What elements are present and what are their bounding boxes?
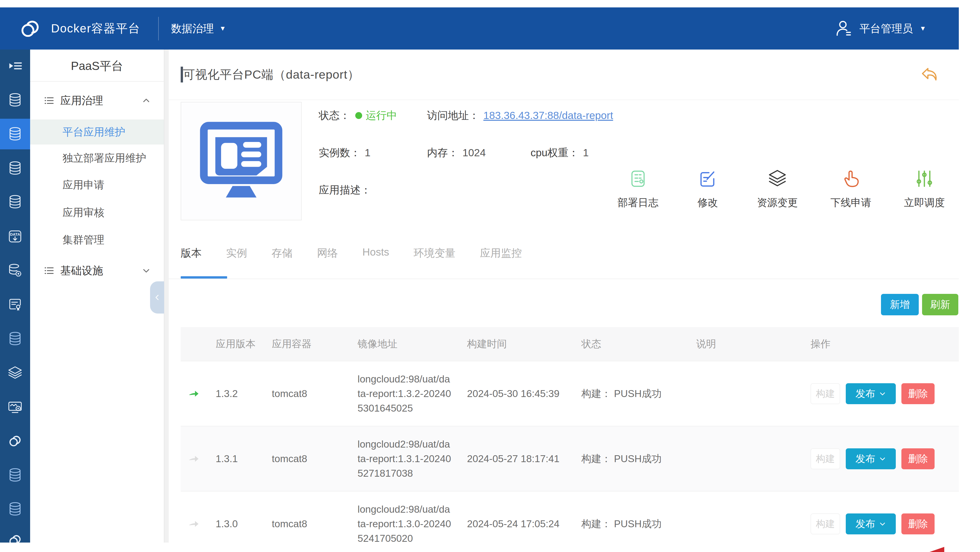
rail-item-layers-icon[interactable] [0, 358, 30, 388]
user-menu[interactable]: 平台管理员 ▼ [834, 19, 926, 38]
tab-storage[interactable]: 存储 [272, 246, 293, 260]
table-row: 1.3.0 tomcat8 longcloud2:98/uat/data-rep… [181, 491, 959, 542]
action-offline-request[interactable]: 下线申请 [830, 169, 871, 210]
deploy-log-icon [628, 169, 648, 188]
build-button[interactable]: 构建 [811, 383, 840, 404]
edit-icon [698, 169, 718, 188]
user-name: 平台管理员 [859, 21, 913, 36]
rail-item-menu-collapse-icon[interactable] [0, 51, 30, 81]
title-accent-bar [181, 67, 183, 83]
version-arrow-icon [188, 518, 200, 530]
cpu-value: 1 [583, 147, 589, 159]
action-deploy-log[interactable]: 部署日志 [617, 169, 659, 210]
rail-item-monitor-gear-icon[interactable] [0, 392, 30, 422]
cpu-field: cpu权重： 1 [531, 145, 589, 160]
cell-note [686, 491, 800, 542]
build-button[interactable]: 构建 [811, 514, 840, 534]
delete-button[interactable]: 删除 [901, 514, 935, 534]
icon-rail [0, 49, 30, 542]
nav-menu-data-governance[interactable]: 数据治理 ▼ [171, 21, 226, 36]
chevron-down-icon [142, 266, 151, 275]
navbar-divider [158, 17, 159, 40]
cell-build-time: 2024-05-30 16:45:39 [457, 361, 571, 426]
sidebar-collapse-handle[interactable] [150, 281, 164, 314]
cell-container: tomcat8 [262, 491, 347, 542]
rail-item-database-icon[interactable] [0, 85, 30, 115]
refresh-button[interactable]: 刷新 [922, 294, 958, 315]
rail-item-certificate-icon[interactable] [0, 289, 30, 320]
rail-item-database-icon[interactable] [0, 494, 30, 525]
tab-version[interactable]: 版本 [181, 246, 202, 260]
sidebar-item-app-review[interactable]: 应用审核 [30, 200, 164, 225]
brand-title: Docker容器平台 [51, 21, 140, 37]
table-row: 1.3.1 tomcat8 longcloud2:98/uat/data-rep… [181, 426, 959, 491]
chevron-down-icon: ▼ [220, 24, 226, 32]
memory-field: 内存： 1024 [427, 145, 486, 160]
cell-build-time: 2024-05-27 18:17:41 [457, 426, 571, 491]
header-operations: 操作 [800, 327, 959, 361]
page-title: 可视化平台PC端（data-report） [183, 67, 360, 83]
tab-bar: 版本 实例 存储 网络 Hosts 环境变量 应用监控 [181, 246, 522, 260]
brand-logo-icon [18, 17, 42, 40]
build-button[interactable]: 构建 [811, 448, 840, 469]
chevron-down-icon [879, 520, 886, 528]
sidebar-item-standalone-app-maintenance[interactable]: 独立部署应用维护 [30, 145, 164, 171]
rail-item-swirl-icon[interactable] [0, 525, 30, 542]
delete-button[interactable]: 删除 [901, 448, 935, 469]
table-header-row: 应用版本 应用容器 镜像地址 构建时间 状态 说明 操作 [181, 327, 959, 361]
chevron-down-icon [879, 455, 886, 463]
rail-item-database-icon[interactable] [0, 460, 30, 490]
publish-button[interactable]: 发布 [846, 514, 896, 534]
header-build-time: 构建时间 [457, 327, 571, 361]
instances-field: 实例数： 1 [319, 145, 371, 160]
description-field: 应用描述： [319, 183, 375, 197]
tab-network[interactable]: 网络 [317, 246, 338, 260]
sidebar-item-platform-app-maintenance[interactable]: 平台应用维护 [30, 120, 164, 145]
rail-item-database-gear-icon[interactable] [0, 255, 30, 286]
add-button[interactable]: 新增 [881, 294, 919, 315]
rail-item-data-flow-icon[interactable] [0, 221, 30, 252]
cell-note [686, 361, 800, 426]
cell-version: 1.3.2 [205, 361, 262, 426]
header-app-container: 应用容器 [262, 327, 347, 361]
user-icon [834, 19, 853, 38]
resource-layers-icon [768, 169, 787, 188]
action-schedule-now[interactable]: 立即调度 [904, 169, 945, 210]
rail-item-database-icon[interactable] [0, 153, 30, 183]
rail-item-database-icon[interactable] [0, 324, 30, 354]
action-edit[interactable]: 修改 [691, 169, 724, 210]
tab-hosts[interactable]: Hosts [363, 246, 389, 260]
tab-instances[interactable]: 实例 [226, 246, 247, 260]
cell-image: longcloud2:98/uat/data-report:1.3.0-2024… [347, 491, 457, 542]
top-navbar: Docker容器平台 数据治理 ▼ 平台管理员 ▼ [0, 7, 959, 49]
sidebar-divider [30, 81, 164, 82]
delete-button[interactable]: 删除 [901, 383, 935, 404]
cell-build-time: 2024-05-24 17:05:24 [457, 491, 571, 542]
list-icon [43, 95, 55, 106]
cell-container: tomcat8 [262, 426, 347, 491]
cpu-label: cpu权重： [531, 146, 579, 160]
header-app-version: 应用版本 [205, 327, 262, 361]
publish-button[interactable]: 发布 [846, 383, 896, 404]
header-status: 状态 [571, 327, 686, 361]
publish-button[interactable]: 发布 [846, 448, 896, 469]
chevron-down-icon [879, 390, 886, 397]
header-current [181, 327, 205, 361]
tab-app-monitor[interactable]: 应用监控 [480, 246, 522, 260]
header-image-address: 镜像地址 [347, 327, 457, 361]
sidebar-item-cluster-management[interactable]: 集群管理 [30, 227, 164, 252]
rail-item-database-server-icon[interactable] [0, 187, 30, 217]
back-reply-button[interactable] [918, 64, 940, 85]
quick-actions: 部署日志 修改 资源变更 下线申请 立即调度 [617, 169, 945, 210]
access-url-link[interactable]: 183.36.43.37:88/data-report [484, 110, 613, 121]
url-field: 访问地址： 183.36.43.37:88/data-report [427, 108, 613, 123]
cell-status: 构建： PUSH成功 [571, 426, 686, 491]
sidebar-section-app-governance[interactable]: 应用治理 [30, 88, 164, 113]
rail-item-database-active-icon[interactable] [0, 119, 30, 149]
sidebar-section-infrastructure[interactable]: 基础设施 [30, 258, 164, 283]
sidebar-item-app-apply[interactable]: 应用申请 [30, 172, 164, 197]
rail-item-swirl-icon[interactable] [0, 426, 30, 456]
tab-env-vars[interactable]: 环境变量 [414, 246, 455, 260]
status-dot-icon [355, 112, 362, 119]
action-resource-change[interactable]: 资源变更 [757, 169, 798, 210]
